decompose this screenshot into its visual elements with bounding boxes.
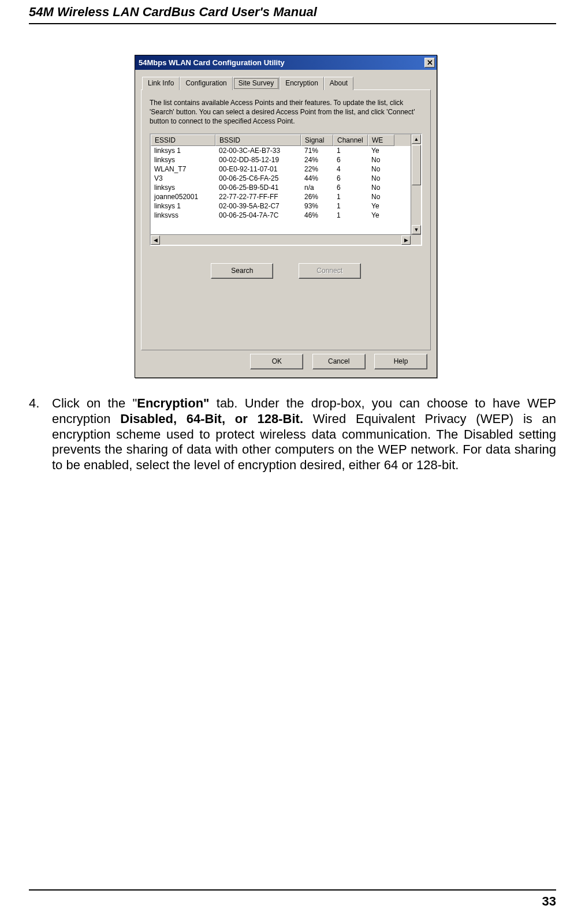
scroll-down-icon[interactable]: ▼ bbox=[412, 225, 421, 234]
col-header-channel[interactable]: Channel bbox=[333, 134, 368, 146]
col-header-wep[interactable]: WE bbox=[368, 134, 394, 146]
table-row[interactable]: linksys 1 02-00-39-5A-B2-C7 93% 1 Ye bbox=[151, 201, 421, 211]
scroll-thumb[interactable] bbox=[412, 145, 421, 185]
table-row[interactable]: V3 00-06-25-C6-FA-25 44% 6 No bbox=[151, 174, 421, 183]
table-row[interactable]: WLAN_T7 00-E0-92-11-07-01 22% 4 No bbox=[151, 164, 421, 174]
ap-list[interactable]: ESSID BSSID Signal Channel WE linksys 1 … bbox=[150, 133, 422, 246]
table-row[interactable]: linksys 00-02-DD-85-12-19 24% 6 No bbox=[151, 155, 421, 164]
scroll-corner bbox=[411, 235, 421, 245]
close-button[interactable]: ✕ bbox=[424, 58, 435, 68]
col-header-bssid[interactable]: BSSID bbox=[215, 134, 301, 146]
tab-configuration[interactable]: Configuration bbox=[180, 77, 232, 90]
list-body: linksys 1 02-00-3C-AE-B7-33 71% 1 Ye lin… bbox=[151, 146, 421, 220]
table-row[interactable]: joanne052001 22-77-22-77-FF-FF 26% 1 No bbox=[151, 192, 421, 201]
tab-site-survey[interactable]: Site Survey bbox=[233, 77, 280, 90]
titlebar: 54Mbps WLAN Card Configuration Utility ✕ bbox=[135, 55, 437, 70]
table-row[interactable]: linksys 00-06-25-B9-5D-41 n/a 6 No bbox=[151, 183, 421, 192]
table-row[interactable]: linksys 1 02-00-3C-AE-B7-33 71% 1 Ye bbox=[151, 146, 421, 155]
tab-about[interactable]: About bbox=[324, 77, 353, 90]
tab-encryption[interactable]: Encryption bbox=[280, 77, 324, 90]
scroll-up-icon[interactable]: ▲ bbox=[412, 134, 421, 144]
ok-button[interactable]: OK bbox=[250, 354, 303, 369]
vertical-scrollbar[interactable]: ▲ ▼ bbox=[411, 134, 421, 234]
scroll-right-icon[interactable]: ▶ bbox=[401, 235, 411, 245]
tab-link-info[interactable]: Link Info bbox=[142, 77, 180, 90]
connect-button[interactable]: Connect bbox=[299, 263, 361, 279]
scroll-left-icon[interactable]: ◀ bbox=[151, 235, 160, 245]
step-4-text: 4. Click on the "Encryption" tab. Under … bbox=[52, 396, 556, 473]
tabstrip: Link Info Configuration Site Survey Encr… bbox=[142, 77, 431, 90]
window-title: 54Mbps WLAN Card Configuration Utility bbox=[139, 58, 285, 67]
col-header-signal[interactable]: Signal bbox=[301, 134, 333, 146]
site-survey-panel: The list contains available Access Point… bbox=[141, 89, 431, 350]
page-footer: 33 bbox=[29, 889, 556, 909]
panel-description: The list contains available Access Point… bbox=[150, 98, 422, 126]
horizontal-scrollbar[interactable]: ◀ ▶ bbox=[151, 234, 421, 245]
col-header-essid[interactable]: ESSID bbox=[151, 134, 215, 146]
table-row[interactable]: linksvss 00-06-25-04-7A-7C 46% 1 Ye bbox=[151, 211, 421, 220]
cancel-button[interactable]: Cancel bbox=[312, 354, 366, 369]
step-number: 4. bbox=[29, 396, 39, 412]
search-button[interactable]: Search bbox=[211, 263, 273, 279]
manual-title: 54M Wireless LAN CardBus Card User's Man… bbox=[29, 5, 556, 20]
page-header: 54M Wireless LAN CardBus Card User's Man… bbox=[29, 5, 556, 24]
config-utility-window: 54Mbps WLAN Card Configuration Utility ✕… bbox=[135, 55, 437, 378]
list-header: ESSID BSSID Signal Channel WE bbox=[151, 134, 421, 146]
page-number: 33 bbox=[542, 894, 556, 908]
help-button[interactable]: Help bbox=[374, 354, 427, 369]
dialog-button-row: OK Cancel Help bbox=[243, 354, 427, 369]
panel-button-row: Search Connect bbox=[150, 263, 422, 279]
